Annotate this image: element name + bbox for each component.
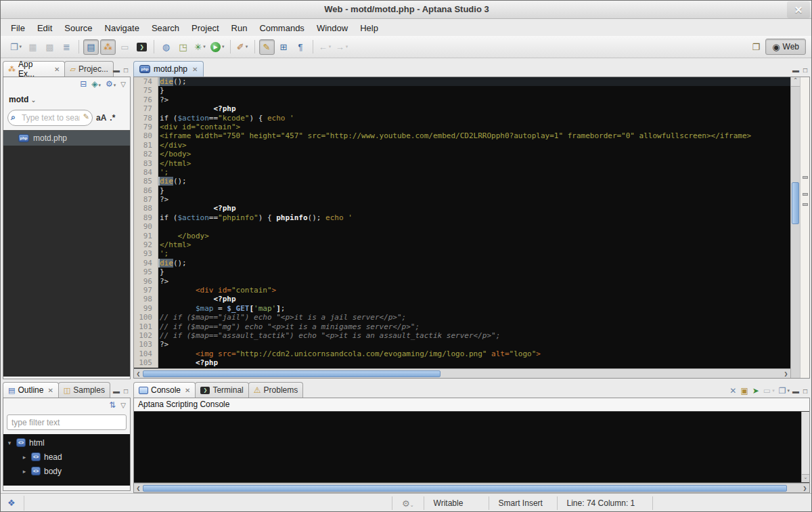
tab-app-explorer[interactable]: ⁂ App Ex... ✕: [3, 61, 65, 77]
insert-mode-status[interactable]: Smart Insert: [489, 498, 557, 508]
debug-icon[interactable]: ✳▾: [192, 39, 208, 55]
scroll-lock-icon[interactable]: ▣: [740, 386, 748, 396]
clear-console-icon[interactable]: ✕: [729, 386, 736, 396]
code-line-79[interactable]: 79<div id="contain">: [134, 123, 790, 131]
app-explorer-toggle-icon[interactable]: ▤: [83, 39, 99, 55]
line-number[interactable]: 74: [134, 77, 158, 86]
minimize-icon[interactable]: ▬: [113, 387, 120, 395]
tree-item-html[interactable]: ▾<>html: [3, 435, 130, 450]
tree-item-head[interactable]: ▸<>head: [3, 450, 130, 464]
line-number[interactable]: 82: [134, 150, 158, 158]
tab-console[interactable]: Console ✕: [133, 382, 196, 398]
code-line-87[interactable]: 87?>: [134, 195, 790, 204]
status-gear-menu[interactable]: ⚙⌄: [392, 498, 424, 509]
code-line-90[interactable]: 90: [134, 222, 790, 231]
code-line-83[interactable]: 83</html>: [134, 159, 790, 168]
sort-icon[interactable]: ⇅: [109, 400, 116, 410]
tab-projects[interactable]: ▱ Projec...: [64, 61, 113, 77]
regex-button[interactable]: .*: [110, 113, 115, 123]
code-line-94[interactable]: 94die();: [134, 259, 790, 268]
code-line-74[interactable]: 74die();: [134, 77, 790, 86]
code-line-104[interactable]: 104 <img src="http://cdn2.unicornsandcol…: [134, 349, 790, 358]
code-line-98[interactable]: 98 <?php: [134, 295, 790, 303]
menu-navigate[interactable]: Navigate: [99, 21, 145, 35]
close-icon[interactable]: ✕: [54, 66, 60, 73]
maximize-icon[interactable]: □: [124, 66, 128, 74]
scroll-left-icon[interactable]: ❮: [134, 486, 143, 491]
view-menu-icon[interactable]: ▽: [120, 402, 126, 409]
search-input[interactable]: [7, 110, 93, 126]
minimize-icon[interactable]: ▬: [792, 387, 799, 395]
annotation-marker[interactable]: [803, 193, 808, 196]
tab-problems[interactable]: ⚠ Problems: [248, 382, 303, 398]
code-line-82[interactable]: 82</body>: [134, 150, 790, 158]
code-line-101[interactable]: 101// if ($map=="mg") echo "<p>it is a m…: [134, 322, 790, 331]
format-brush-icon[interactable]: ✎: [259, 39, 275, 55]
line-number[interactable]: 79: [134, 123, 158, 131]
code-line-100[interactable]: 100// if ($map=="jail") echo "<p>it is a…: [134, 313, 790, 322]
line-number[interactable]: 77: [134, 104, 158, 113]
annotation-marker[interactable]: [803, 203, 808, 206]
console-output[interactable]: ⌄: [134, 411, 809, 483]
line-number[interactable]: 83: [134, 159, 158, 168]
run-icon[interactable]: ▶▾: [209, 39, 226, 55]
save-icon[interactable]: ▦: [25, 39, 41, 55]
menu-edit[interactable]: Edit: [31, 21, 58, 35]
line-number[interactable]: 93: [134, 249, 158, 258]
show-whitespace-icon[interactable]: ¶: [293, 39, 309, 55]
line-number[interactable]: 78: [134, 114, 158, 123]
line-number[interactable]: 103: [134, 340, 158, 349]
trim-stack-icon[interactable]: ❖: [7, 498, 16, 508]
tab-samples[interactable]: ◫ Samples: [58, 382, 110, 398]
package-presentation-icon[interactable]: ◈▾: [91, 79, 101, 89]
line-number[interactable]: 105: [134, 358, 158, 367]
maximize-icon[interactable]: □: [124, 387, 128, 395]
scroll-up-icon[interactable]: ⌃: [791, 77, 800, 87]
run-in-browser-icon[interactable]: ◍: [158, 39, 174, 55]
menu-run[interactable]: Run: [225, 21, 254, 35]
collapse-all-icon[interactable]: ⊟: [80, 79, 87, 89]
line-number[interactable]: 89: [134, 213, 158, 222]
line-number[interactable]: 95: [134, 268, 158, 276]
line-number[interactable]: 98: [134, 295, 158, 303]
line-number[interactable]: 92: [134, 240, 158, 249]
code-line-105[interactable]: 105 <?php: [134, 358, 790, 367]
code-line-85[interactable]: 85die();: [134, 177, 790, 186]
hierarchy-toggle-icon[interactable]: ⁂: [100, 39, 116, 55]
forward-icon[interactable]: →▾: [334, 39, 350, 55]
line-number[interactable]: 91: [134, 232, 158, 240]
external-tools-icon[interactable]: ✐▾: [235, 39, 250, 55]
tab-outline[interactable]: ▤ Outline ✕: [3, 382, 59, 398]
print-icon[interactable]: ≣: [59, 39, 74, 55]
console-vertical-scrollbar[interactable]: ⌄: [801, 412, 809, 482]
editor-vertical-scrollbar[interactable]: ⌃: [790, 77, 800, 378]
code-line-93[interactable]: 93';: [134, 249, 790, 258]
scrollbar-thumb[interactable]: [143, 485, 787, 492]
scrollbar-thumb[interactable]: [143, 370, 441, 377]
code-line-84[interactable]: 84';: [134, 168, 790, 177]
line-number[interactable]: 84: [134, 168, 158, 177]
code-line-77[interactable]: 77 <?php: [134, 104, 790, 113]
menu-project[interactable]: Project: [185, 21, 225, 35]
line-number[interactable]: 96: [134, 277, 158, 286]
file-row-motd.php[interactable]: phpmotd.php: [3, 131, 130, 146]
code-line-97[interactable]: 97 <div id="contain">: [134, 286, 790, 295]
code-line-88[interactable]: 88 <?php: [134, 204, 790, 213]
minimize-icon[interactable]: ▬: [792, 66, 799, 74]
code-line-78[interactable]: 78if ($action=="kcode") { echo ': [134, 114, 790, 123]
web-perspective-button[interactable]: ◉ Web: [765, 39, 806, 55]
expander-icon[interactable]: ▸: [21, 454, 28, 461]
code-line-89[interactable]: 89if ($action=="phpinfo") { phpinfo(); e…: [134, 213, 790, 222]
code-line-76[interactable]: 76?>: [134, 95, 790, 104]
line-number[interactable]: 101: [134, 322, 158, 331]
new-wizard-icon[interactable]: ❐▾: [8, 39, 24, 55]
line-number[interactable]: 94: [134, 259, 158, 268]
terminal-icon[interactable]: ❯: [134, 39, 150, 55]
scrollbar-thumb[interactable]: [792, 182, 799, 224]
project-selector[interactable]: motd ⌄: [3, 90, 130, 108]
overview-ruler[interactable]: [800, 77, 809, 378]
maximize-icon[interactable]: □: [803, 66, 807, 74]
code-view[interactable]: 74die();75}76?>77 <?php78if ($action=="k…: [134, 77, 790, 368]
line-number[interactable]: 100: [134, 313, 158, 322]
code-line-102[interactable]: 102// if ($map=="assault_tactik") echo "…: [134, 331, 790, 340]
